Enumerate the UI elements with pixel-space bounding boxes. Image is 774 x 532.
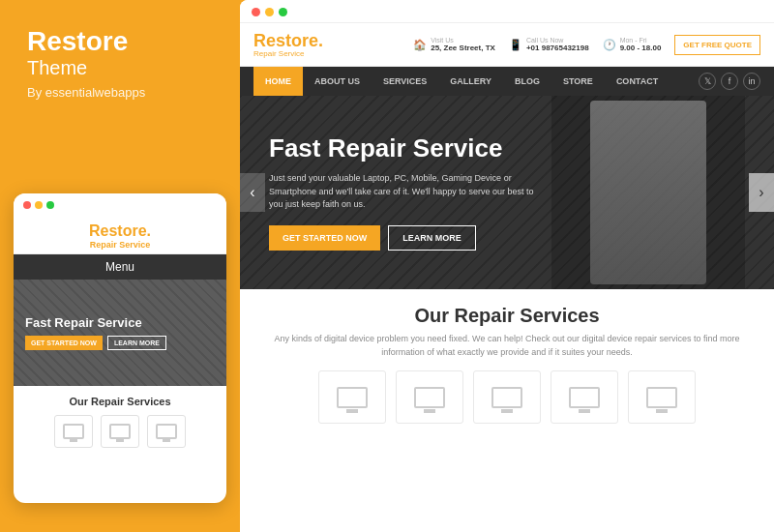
nav-item-gallery[interactable]: GALLERY (438, 67, 503, 96)
theme-by: By essentialwebapps (27, 85, 221, 100)
hero-buttons: GET STARTED NOW LEARN MORE (269, 225, 540, 251)
hero-content: Fast Repair Service Just send your valua… (240, 115, 569, 269)
theme-name: Restore (27, 27, 221, 57)
mobile-mockup: Restore. Repair Service Menu Fast Repair… (14, 193, 226, 503)
service-card-2 (396, 370, 463, 424)
browser-dot-green (279, 8, 287, 16)
desktop-nav: HOME ABOUT US SERVICES GALLERY BLOG STOR… (240, 67, 774, 96)
hero-title: Fast Repair Service (269, 134, 540, 163)
theme-title: Restore Theme By essentialwebapps (27, 27, 221, 100)
service-card-5 (628, 370, 696, 424)
monitor-icon-1 (337, 387, 368, 408)
mobile-hero-content: Fast Repair Service GET STARTED NOW LEAR… (14, 306, 178, 360)
nav-item-store[interactable]: STORE (551, 67, 605, 96)
desktop-mockup: Restore. Repair Service 🏠 Visit Us 25, Z… (240, 0, 774, 532)
mobile-hero-title: Fast Repair Service (25, 315, 166, 330)
mobile-logo-area: Restore. Repair Service (14, 215, 226, 254)
header-visit: 🏠 Visit Us 25, Zee Street, TX (413, 37, 495, 52)
mobile-dot-red (23, 201, 31, 209)
nav-item-contact[interactable]: CONTACT (605, 67, 670, 96)
browser-dot-yellow (265, 8, 274, 16)
mobile-menu-bar[interactable]: Menu (14, 254, 226, 280)
monitor-icon-2 (414, 387, 445, 408)
linkedin-button[interactable]: in (743, 73, 760, 90)
mobile-hero-buttons: GET STARTED NOW LEARN MORE (25, 336, 166, 350)
get-free-quote-button[interactable]: GET FREE QUOTE (674, 35, 760, 55)
mobile-learn-more-button[interactable]: LEARN MORE (107, 336, 166, 350)
browser-top-bar (240, 0, 774, 23)
mobile-dot-green (46, 201, 54, 209)
mobile-service-icon-2 (101, 415, 139, 448)
hero-next-button[interactable]: › (749, 173, 774, 212)
theme-subtitle: Theme (27, 57, 221, 79)
browser-dot-red (252, 8, 260, 16)
home-icon: 🏠 (413, 39, 427, 51)
phone-icon: 📱 (509, 39, 522, 51)
nav-item-home[interactable]: HOME (253, 67, 303, 96)
monitor-icon-3 (491, 387, 522, 408)
hero-get-started-button[interactable]: GET STARTED NOW (269, 225, 380, 251)
services-title: Our Repair Services (259, 305, 755, 327)
mobile-service-icons (25, 415, 215, 448)
mobile-logo: Restore. Repair Service (14, 222, 226, 250)
monitor-icon-4 (569, 387, 600, 408)
header-hours: 🕐 Mon - Fri 9.00 - 18.00 (603, 37, 662, 52)
header-call: 📱 Call Us Now +01 98765432198 (509, 37, 589, 52)
facebook-button[interactable]: f (721, 73, 738, 90)
service-card-3 (473, 370, 541, 424)
nav-item-blog[interactable]: BLOG (503, 67, 551, 96)
mobile-services-section: Our Repair Services (14, 386, 226, 458)
hero-bg-image (551, 96, 745, 289)
monitor-icon-small-2 (109, 424, 131, 439)
nav-social: 𝕏 f in (699, 73, 760, 90)
clock-icon: 🕐 (603, 39, 616, 51)
desktop-logo: Restore. Repair Service (253, 31, 323, 58)
website-header: Restore. Repair Service 🏠 Visit Us 25, Z… (240, 23, 774, 67)
person-silhouette (590, 101, 706, 284)
hero-prev-button[interactable]: ‹ (240, 173, 265, 212)
nav-item-services[interactable]: SERVICES (372, 67, 438, 96)
monitor-icon-small-1 (63, 424, 84, 439)
mobile-hero: Fast Repair Service GET STARTED NOW LEAR… (14, 280, 226, 386)
services-icons-row (259, 370, 755, 429)
header-info: 🏠 Visit Us 25, Zee Street, TX 📱 Call Us … (413, 35, 760, 55)
mobile-top-bar (14, 193, 226, 215)
mobile-services-title: Our Repair Services (25, 396, 215, 407)
mobile-get-started-button[interactable]: GET STARTED NOW (25, 336, 103, 350)
nav-items: HOME ABOUT US SERVICES GALLERY BLOG STOR… (253, 67, 670, 96)
services-description: Any kinds of digital device problem you … (259, 333, 755, 359)
nav-item-about[interactable]: ABOUT US (303, 67, 372, 96)
services-section: Our Repair Services Any kinds of digital… (240, 289, 774, 439)
monitor-icon-small-3 (156, 424, 177, 439)
left-panel: Restore Theme By essentialwebapps Restor… (0, 0, 240, 532)
mobile-service-icon-3 (147, 415, 186, 448)
service-card-1 (318, 370, 386, 424)
mobile-service-icon-1 (54, 415, 93, 448)
hero-section: ‹ Fast Repair Service Just send your val… (240, 96, 774, 289)
service-card-4 (551, 370, 618, 424)
twitter-button[interactable]: 𝕏 (699, 73, 716, 90)
mobile-dot-yellow (35, 201, 43, 209)
hero-description: Just send your valuable Laptop, PC, Mobi… (269, 172, 540, 212)
hero-learn-more-button[interactable]: LEARN MORE (388, 225, 476, 251)
monitor-icon-5 (646, 387, 677, 408)
